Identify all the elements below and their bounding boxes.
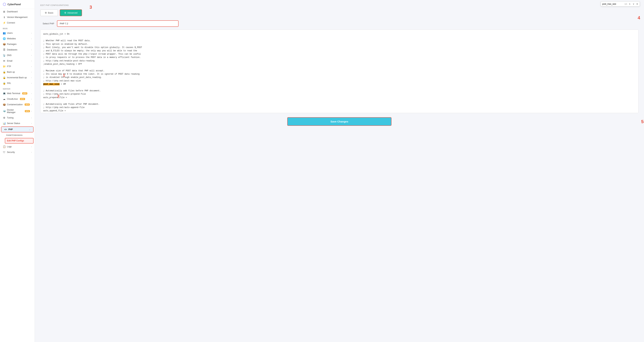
sidebar-item-ssl[interactable]: 🔒 SSL › [0,80,34,86]
gear-icon-advanced: ⚙ [64,12,66,14]
save-changes-button[interactable]: Save Changes [287,117,392,126]
select-php-label: Select PHP [40,22,54,25]
sidebar-item-version-management[interactable]: ℹ Version Management [0,15,34,20]
highlighted-text: post_max_size [43,83,60,85]
dns-icon: 📡 [3,54,6,57]
chevron-right-icon: › [31,60,32,62]
search-overlay: 1/1 ∧ ∨ ✕ [601,2,640,7]
chevron-right-icon: › [31,54,32,56]
info-icon: ℹ [3,16,6,19]
search-count: 1/1 [624,3,627,5]
sidebar-item-dns[interactable]: 📡 DNS › [0,53,34,58]
search-prev-button[interactable]: ∧ [628,2,631,6]
packages-icon: 📦 [3,43,6,46]
search-next-button[interactable]: ∨ [632,2,635,6]
sidebar-sub-item-edit-php-configs[interactable]: Edit PHP Configs [5,138,33,143]
sidebar-item-backup[interactable]: 🔒 Back up › [0,69,34,75]
chevron-right-icon: › [31,82,32,84]
sidebar-item-server-status[interactable]: 📊 Server Status › [0,121,34,126]
main-content: 1/1 ∧ ∨ ✕ 1 2 EDIT PHP CONFIGURATIONS ⚙ … [35,0,644,342]
databases-icon: 🗄 [3,48,6,51]
page-title: EDIT PHP CONFIGURATIONS [40,4,638,6]
sidebar-item-security[interactable]: 🛡 Security › [0,149,34,155]
chevron-right-icon: › [31,77,32,79]
email-icon: ✉ [3,60,6,62]
server-status-icon: 📊 [3,122,6,125]
sidebar-item-incremental-backup[interactable]: 🔒 Incremental Back up › [0,75,34,80]
security-icon: 🛡 [3,151,6,154]
sidebar: ⬡ CyberPanel ⊞ Dashboard ℹ Version Manag… [0,0,35,342]
sidebar-item-tuning[interactable]: ⚙ Tuning › [0,115,34,121]
chevron-right-icon: › [31,71,32,73]
sidebar-item-web-terminal[interactable]: 💻 Web Terminal NEW › [0,91,34,96]
connect-icon: ⚡ [3,21,6,24]
sidebar-item-cloudlinux[interactable]: ☁ CloudLinux NEW › [0,96,34,102]
search-input[interactable] [602,3,623,5]
php-config-editor[interactable]: auto_globals_jit = On ; Whether PHP will… [40,30,638,113]
tab-basic[interactable]: ⚙ Basic [40,10,58,16]
users-icon: 👥 [3,32,6,35]
logs-icon: 📋 [3,145,6,148]
sidebar-item-logs[interactable]: 📋 Logs › [0,144,34,149]
gear-icon: ⚙ [45,12,47,14]
sidebar-item-php[interactable]: </> PHP ⌄ [2,127,33,132]
backup-icon: 🔒 [3,71,6,73]
section-server-label: SERVER [0,86,34,91]
sidebar-item-ftp[interactable]: 📁 FTP › [0,64,34,69]
sidebar-item-packages[interactable]: 📦 Packages › [0,41,34,47]
web-terminal-icon: 💻 [3,92,6,95]
chevron-right-icon: › [31,104,32,106]
chevron-down-icon: ⌄ [29,128,30,130]
chevron-right-icon: › [31,93,32,94]
php-version-select[interactable]: PHP 5.6 PHP 7.0 PHP 7.1 PHP 7.2 PHP 7.3 … [57,20,178,27]
sidebar-item-databases[interactable]: 🗄 Databases › [0,47,34,53]
cloudlinux-icon: ☁ [3,98,6,100]
content-area: EDIT PHP CONFIGURATIONS ⚙ Basic ⚙ Advanc… [35,0,644,342]
ssl-icon: 🔒 [3,82,6,85]
sidebar-item-email[interactable]: ✉ Email › [0,58,34,64]
annotation-5: 5 [641,119,644,124]
section-main-label: MAIN [0,26,34,30]
sidebar-item-dashboard[interactable]: ⊞ Dashboard [0,9,34,15]
chevron-right-icon: › [31,49,32,51]
sidebar-item-docker-manager[interactable]: 🐳 Docker Manager NEW › [0,107,34,115]
select-php-row: Select PHP PHP 5.6 PHP 7.0 PHP 7.1 PHP 7… [40,20,638,27]
docker-icon: 🐳 [3,110,6,113]
chevron-right-icon: › [31,66,32,68]
containerization-icon: 📦 [3,103,6,106]
chevron-right-icon: › [31,117,32,119]
chevron-right-icon: › [31,38,32,40]
ftp-icon: 📁 [3,65,6,68]
chevron-right-icon: › [31,32,32,34]
save-button-row: Save Changes 5 [40,117,638,126]
chevron-right-icon: › [31,43,32,45]
chevron-right-icon: › [31,146,32,148]
websites-icon: 🌐 [3,37,6,40]
sidebar-item-connect[interactable]: ⚡ Connect [0,20,34,26]
sidebar-item-websites[interactable]: 🌐 Websites › [0,36,34,41]
chevron-right-icon: › [31,110,32,112]
chevron-right-icon: › [31,151,32,153]
chevron-right-icon: › [31,122,32,124]
sidebar-sub-item-install-extensions[interactable]: Install Extensions [0,133,34,138]
tab-advanced[interactable]: ⚙ Advanced 3 [60,10,82,16]
tuning-icon: ⚙ [3,116,6,119]
search-close-button[interactable]: ✕ [636,3,638,6]
sidebar-item-users[interactable]: 👥 Users › [0,30,34,36]
php-icon: </> [4,128,7,130]
chevron-right-icon: › [31,98,32,100]
dashboard-icon: ⊞ [3,10,6,13]
sidebar-item-containerization[interactable]: 📦 Containerization NEW › [0,102,34,107]
incremental-backup-icon: 🔒 [3,76,6,79]
tabs-row: ⚙ Basic ⚙ Advanced 3 [40,10,638,16]
